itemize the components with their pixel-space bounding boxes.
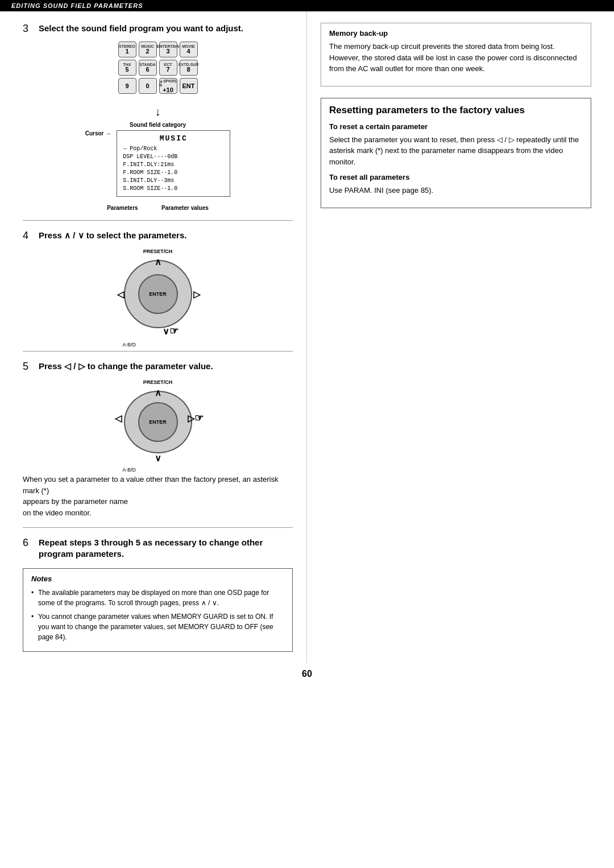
- ctrl-enter-btn-4: ENTER: [138, 274, 178, 314]
- notes-item-1: The available parameters may be displaye…: [31, 588, 284, 608]
- reset-certain-body: Select the parameter you want to reset, …: [329, 134, 583, 168]
- remote-btn-9: 9: [118, 78, 136, 94]
- control-diagram-4: PRESET/CH ENTER ∧ ∨☞ ◁ ▷ A·B/D: [23, 249, 293, 340]
- preset-label: PRESET/CH: [143, 249, 173, 254]
- cursor-arrow-icon: →: [105, 130, 111, 137]
- remote-diagram: STEREO 1 MUSIC 2 ENTERTAIN 3 MOVIE: [23, 42, 293, 211]
- right-column: Memory back-up The memory back-up circui…: [307, 11, 614, 663]
- step5-num: 5: [23, 361, 34, 373]
- screen-line-4: F.ROOM SIZE··1.0: [123, 169, 224, 177]
- ctrl-enter-btn-5: ENTER: [138, 402, 178, 442]
- ctrl-wrapper-4: PRESET/CH ENTER ∧ ∨☞ ◁ ▷ A·B/D: [113, 249, 204, 340]
- reset-all-body: Use PARAM. INI (see page 85).: [329, 185, 583, 196]
- remote-btn-plus10: ▲SPKRS B +10: [159, 78, 177, 94]
- notes-box: Notes The available parameters may be di…: [23, 568, 293, 652]
- header-bar: EDITING SOUND FIELD PARAMETERS: [0, 0, 614, 11]
- osd-screen: MUSIC → Pop/Rock DSP LEVEL····0dB F.INIT…: [117, 130, 230, 197]
- remote-btn-music: MUSIC 2: [139, 42, 157, 57]
- left-column: 3 Select the sound field program you wan…: [0, 11, 307, 663]
- remote-btn-entertain: ENTERTAIN 3: [159, 42, 177, 57]
- remote-row-2: THX 5 STANDA 6 ECT 7 EXTD.SUR: [118, 60, 198, 76]
- reset-section: Resetting parameters to the factory valu…: [321, 98, 591, 208]
- remote-btn-ent: ENT: [180, 78, 198, 94]
- remote-btn-movie: MOVIE 4: [180, 42, 198, 57]
- cursor-label-container: Cursor →: [85, 130, 111, 137]
- remote-btn-thx: THX 5: [118, 60, 136, 76]
- step3-heading: 3 Select the sound field program you wan…: [23, 23, 293, 35]
- reset-section-title: Resetting parameters to the factory valu…: [329, 104, 583, 117]
- ctrl-right-arrow-4: ▷: [193, 289, 200, 300]
- remote-btn-extdsur: EXTD.SUR 8: [180, 60, 198, 76]
- ctrl-up-arrow-5: ∧: [155, 387, 161, 398]
- reset-certain-heading: To reset a certain parameter: [329, 122, 583, 131]
- step3-title: Select the sound field program you want …: [39, 23, 243, 34]
- ctrl-left-arrow-4: ◁: [117, 289, 124, 300]
- memory-backup-body: The memory back-up circuit prevents the …: [329, 41, 583, 75]
- remote-btn-ect: ECT 7: [159, 60, 177, 76]
- ctrl-up-arrow-4: ∧: [155, 257, 161, 267]
- remote-row-3: 9 0 ▲SPKRS B +10 ENT: [118, 78, 198, 94]
- step4-title: Press ∧ / ∨ to select the parameters.: [39, 230, 186, 241]
- divider-2: [23, 351, 293, 352]
- page: EDITING SOUND FIELD PARAMETERS 3 Select …: [0, 0, 614, 868]
- control-diagram-5: PRESET/CH ENTER ∧ ∨ ◁ ▷☞ A·B/D: [23, 379, 293, 465]
- osd-screen-container: Cursor → MUSIC → Pop/Rock DSP LEVEL····0…: [85, 130, 231, 197]
- screen-line-2: DSP LEVEL····0dB: [123, 153, 224, 161]
- screen-line-5: S.INIT.DLY··3ms: [123, 177, 224, 185]
- ab-label-4: A·B/D: [123, 342, 136, 348]
- memory-backup-heading: Memory back-up: [329, 29, 583, 38]
- divider-1: [23, 220, 293, 221]
- content-area: 3 Select the sound field program you wan…: [0, 11, 614, 663]
- header-title: EDITING SOUND FIELD PARAMETERS: [11, 2, 143, 9]
- ab-label-5: A·B/D: [123, 467, 136, 473]
- memory-backup-box: Memory back-up The memory back-up circui…: [321, 23, 591, 86]
- step6-num: 6: [23, 537, 34, 549]
- step4-heading: 4 Press ∧ / ∨ to select the parameters.: [23, 230, 293, 242]
- ctrl-down-arrow-4: ∨☞: [163, 325, 179, 337]
- step6-heading: 6 Repeat steps 3 through 5 as necessary …: [23, 537, 293, 559]
- divider-3: [23, 527, 293, 528]
- remote-btn-standa: STANDA 6: [139, 60, 157, 76]
- screen-line-6: S.ROOM SIZE··1.0: [123, 185, 224, 193]
- screen-line-1: → Pop/Rock: [123, 145, 224, 153]
- step5-heading: 5 Press ◁ / ▷ to change the parameter va…: [23, 361, 293, 373]
- step5-title: Press ◁ / ▷ to change the parameter valu…: [39, 361, 213, 372]
- screen-title: MUSIC: [123, 134, 224, 143]
- parameter-values-label: Parameter values: [161, 205, 209, 211]
- remote-btn-0: 0: [139, 78, 157, 94]
- ctrl-down-arrow-5: ∨: [155, 453, 161, 464]
- step4-num: 4: [23, 230, 34, 242]
- remote-buttons: STEREO 1 MUSIC 2 ENTERTAIN 3 MOVIE: [118, 42, 198, 96]
- ctrl-right-arrow-5: ▷☞: [188, 412, 204, 424]
- parameters-label: Parameters: [107, 205, 138, 211]
- notes-item-2: You cannot change parameter values when …: [31, 611, 284, 642]
- field-category-label: Sound field category: [130, 122, 186, 128]
- notes-title: Notes: [31, 574, 284, 583]
- osd-labels: Parameters Parameter values: [96, 205, 221, 211]
- step3-num: 3: [23, 23, 34, 35]
- preset-label-5: PRESET/CH: [143, 379, 173, 385]
- cursor-label-text: Cursor: [85, 130, 104, 137]
- reset-all-heading: To reset all parameters: [329, 173, 583, 181]
- step6-title: Repeat steps 3 through 5 as necessary to…: [39, 537, 293, 559]
- arrow-down-icon: ↓: [155, 105, 161, 118]
- screen-line-3: F.INIT.DLY:21ms: [123, 161, 224, 169]
- ctrl-left-arrow-5: ◁: [115, 412, 122, 423]
- page-number: 60: [0, 663, 614, 691]
- ctrl-wrapper-5: PRESET/CH ENTER ∧ ∨ ◁ ▷☞ A·B/D: [113, 379, 204, 465]
- remote-btn-stereo: STEREO 1: [118, 42, 136, 57]
- step5-body: When you set a parameter to a value othe…: [23, 474, 293, 518]
- remote-row-1: STEREO 1 MUSIC 2 ENTERTAIN 3 MOVIE: [118, 42, 198, 57]
